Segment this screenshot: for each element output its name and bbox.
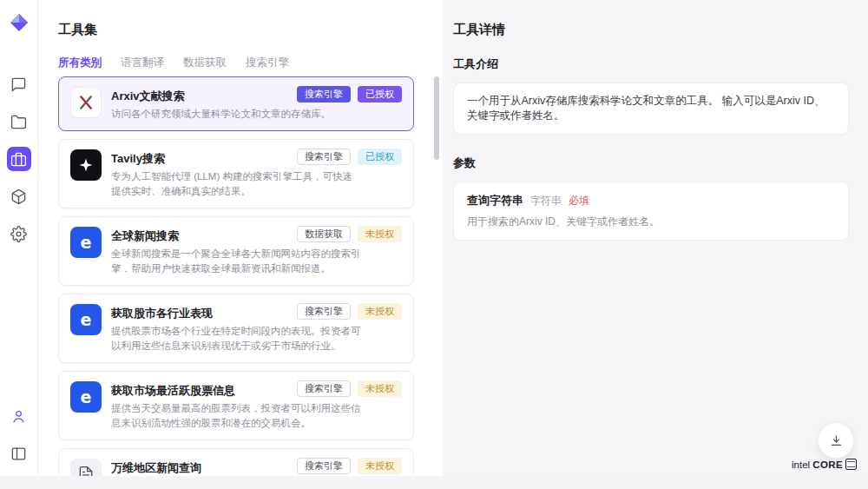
tavily-sparkle-icon [70,149,102,181]
page-title: 工具集 [58,22,97,38]
param-required-badge: 必填 [569,194,589,208]
news-provider-icon: e [70,227,102,258]
nav-collapse-button[interactable] [7,441,31,466]
category-badge: 数据获取 [297,226,351,242]
nav-files-button[interactable] [7,109,31,134]
param-description: 用于搜索的Arxiv ID、关键字或作者姓名。 [467,215,835,229]
user-icon [10,408,27,425]
tool-card-tavily[interactable]: Tavily搜索 搜索引擎 已授权 专为人工智能代理 (LLM) 构建的搜索引擎… [58,139,414,208]
package-icon [10,188,27,205]
param-card: 查询字符串 字符串 必填 用于搜索的Arxiv ID、关键字或作者姓名。 [453,182,849,241]
tool-description: 提供股票市场各个行业在特定时间段内的表现。投资者可以利用这些信息来识别表现优于或… [111,324,361,354]
tool-card-regional-news[interactable]: 万维地区新闻查询 搜索引擎 未授权 查询具体行政区划内的新闻，快速了解各地新闻动 [58,448,414,476]
detail-title: 工具详情 [453,22,849,38]
auth-badge: 未授权 [358,458,402,474]
auth-badge: 未授权 [358,303,402,320]
auth-badge: 已授权 [358,86,402,102]
tool-description: 提供当天交易量最高的股票列表，投资者可以利用这些信息来识别流动性强的股票和潜在的… [111,401,361,431]
intel-brand-text: intel [792,459,810,470]
tool-card-most-active-stocks[interactable]: e 获取市场最活跃股票信息 搜索引擎 未授权 提供当天交易量最高的股票列表，投资… [58,371,414,440]
intro-heading: 工具介绍 [453,56,849,72]
category-badge: 搜索引擎 [297,303,351,320]
core-brand-text: CORE [812,459,843,470]
stock-provider-icon: e [70,304,102,335]
category-badge: 搜索引擎 [297,149,351,165]
category-badge: 搜索引擎 [297,86,351,102]
auth-badge: 未授权 [358,226,402,242]
nav-user-button[interactable] [7,404,31,428]
nav-tools-button[interactable] [7,147,31,171]
auth-badge: 已授权 [358,149,402,165]
tab-data-fetch[interactable]: 数据获取 [183,56,227,70]
tab-search-engine[interactable]: 搜索引擎 [246,56,289,70]
category-badge: 搜索引擎 [297,380,351,397]
download-icon [829,433,844,448]
tool-card-list: Arxiv文献搜索 搜索引擎 已授权 访问各个研究领域大量科学论文和文章的存储库… [58,76,414,476]
nav-settings-button[interactable] [7,221,31,246]
tool-card-sector-performance[interactable]: e 获取股市各行业表现 搜索引擎 未授权 提供股票市场各个行业在特定时间段内的表… [58,294,414,363]
param-name: 查询字符串 [467,193,523,208]
tab-language-translation[interactable]: 语言翻译 [121,56,164,70]
tab-all-categories[interactable]: 所有类别 [58,56,102,70]
category-tabs: 所有类别 语言翻译 数据获取 搜索引擎 [58,56,289,70]
tool-description: 访问各个研究领域大量科学论文和文章的存储库。 [111,107,361,122]
gear-icon [10,226,27,242]
logo-gem-icon [10,13,29,32]
tool-card-arxiv[interactable]: Arxiv文献搜索 搜索引擎 已授权 访问各个研究领域大量科学论文和文章的存储库… [58,76,414,131]
tool-card-global-news[interactable]: e 全球新闻搜索 数据获取 未授权 全球新闻搜索是一个聚合全球各大新闻网站内容的… [58,216,414,286]
tool-detail-panel: 工具详情 工具介绍 一个用于从Arxiv存储库搜索科学论文和文章的工具。 输入可… [443,0,868,476]
tool-title: 万维地区新闻查询 [111,458,201,475]
app-logo [10,13,29,36]
stock-provider-icon: e [70,381,102,413]
scrollbar-thumb[interactable] [434,76,439,160]
params-heading: 参数 [453,155,849,171]
tool-list-panel: 工具集 所有类别 语言翻译 数据获取 搜索引擎 Arxiv文献搜索 搜索引擎 已… [38,0,443,476]
tool-description: 全球新闻搜索是一个聚合全球各大新闻网站内容的搜索引擎，帮助用户快速获取全球最新资… [111,247,361,276]
tool-title: 获取股市各行业表现 [111,303,213,320]
category-badge: 搜索引擎 [297,458,351,474]
intel-ultra-badge [845,459,857,470]
nav-chat-button[interactable] [7,72,31,96]
tool-title: Tavily搜索 [111,149,165,166]
app-root: 工具集 所有类别 语言翻译 数据获取 搜索引擎 Arxiv文献搜索 搜索引擎 已… [0,0,868,476]
arxiv-icon [70,87,102,118]
sidebar-rail [0,0,38,476]
download-button[interactable] [818,422,854,459]
tool-title: 获取市场最活跃股票信息 [111,380,235,398]
param-type: 字符串 [530,194,562,208]
tool-title: 全球新闻搜索 [111,226,179,243]
tool-title: Arxiv文献搜索 [111,86,185,103]
collapse-panel-icon [10,446,27,462]
auth-badge: 未授权 [358,380,402,397]
intro-card: 一个用于从Arxiv存储库搜索科学论文和文章的工具。 输入可以是Arxiv ID… [453,83,849,135]
scrollbar-track [434,76,439,471]
folder-icon [10,114,27,130]
tool-description: 专为人工智能代理 (LLM) 构建的搜索引擎工具，可快速提供实时、准确和真实的结… [111,169,361,199]
chat-icon [10,76,27,93]
nav-plugins-button[interactable] [7,184,31,208]
newspaper-icon [70,459,102,476]
intel-core-logo: intel CORE [792,459,857,470]
briefcase-icon [10,151,27,168]
